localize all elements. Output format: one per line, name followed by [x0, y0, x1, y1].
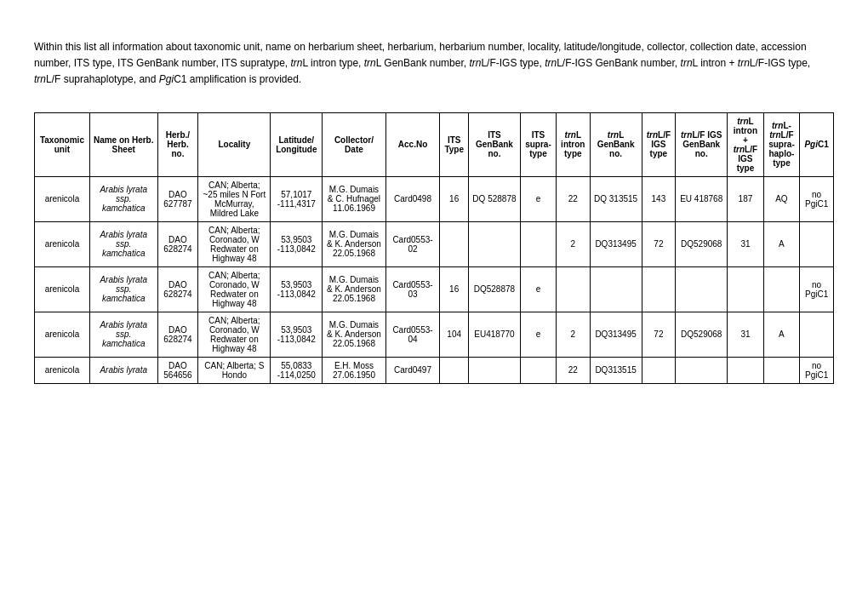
cell-trnl-combined: 31	[728, 221, 764, 266]
header-its-supra: ITS supra- type	[520, 112, 556, 176]
cell-trnlf-igs	[642, 357, 676, 383]
cell-trnlf-igs	[642, 266, 676, 312]
cell-acc: Card0553-03	[385, 266, 440, 312]
cell-acc: Card0497	[385, 357, 440, 383]
header-pgic1: PgiC1	[800, 112, 834, 176]
cell-locality: CAN; Alberta; Coronado, W Redwater on Hi…	[198, 266, 271, 312]
cell-trnlf-igs: 143	[642, 176, 676, 221]
cell-its-supra	[520, 357, 556, 383]
cell-its-type: 16	[440, 266, 469, 312]
cell-trnl-intron: 2	[556, 221, 590, 266]
cell-locality: CAN; Alberta; S Hondo	[198, 357, 271, 383]
cell-herb: DAO 564656	[157, 357, 198, 383]
cell-its-supra: e	[520, 312, 556, 357]
header-its-genbank: ITS GenBank no.	[468, 112, 520, 176]
cell-trnl-genbank: DQ 313515	[590, 176, 642, 221]
cell-name: Arabis lyrata ssp. kamchatica	[89, 266, 157, 312]
header-latlong: Latitude/ Longitude	[271, 112, 323, 176]
cell-trnl-intron	[556, 266, 590, 312]
cell-name: Arabis lyrata ssp. kamchatica	[89, 312, 157, 357]
cell-trnl-intron: 22	[556, 357, 590, 383]
header-trnlf-igs: trnL/F IGS type	[642, 112, 676, 176]
cell-trnl-supra: A	[763, 221, 800, 266]
cell-latlong: 53,9503 -113,0842	[271, 266, 323, 312]
cell-pgic1: no PgiC1	[800, 266, 834, 312]
header-trnl-intron: trnL intron type	[556, 112, 590, 176]
header-locality: Locality	[198, 112, 271, 176]
description-text: Within this list all information about t…	[34, 39, 834, 89]
cell-trnlf-igs-genbank: EU 418768	[676, 176, 728, 221]
cell-acc: Card0553-02	[385, 221, 440, 266]
cell-trnl-genbank	[590, 266, 642, 312]
cell-taxonomic: arenicola	[35, 357, 90, 383]
cell-collector: M.G. Dumais & C. Hufnagel 11.06.1969	[323, 176, 385, 221]
cell-trnl-combined: 187	[728, 176, 764, 221]
table-row: arenicolaArabis lyrataDAO 564656CAN; Alb…	[35, 357, 834, 383]
cell-pgic1	[800, 312, 834, 357]
cell-trnlf-igs-genbank	[676, 266, 728, 312]
header-trnlf-igs-genbank: trnL/F IGS GenBank no.	[676, 112, 728, 176]
cell-latlong: 53,9503 -113,0842	[271, 221, 323, 266]
table-row: arenicolaArabis lyrata ssp. kamchaticaDA…	[35, 221, 834, 266]
cell-trnl-genbank: DQ313495	[590, 312, 642, 357]
cell-locality: CAN; Alberta; ~25 miles N Fort McMurray,…	[198, 176, 271, 221]
header-name: Name on Herb. Sheet	[89, 112, 157, 176]
cell-its-genbank: DQ 528878	[468, 176, 520, 221]
cell-pgic1	[800, 221, 834, 266]
header-acc: Acc.No	[385, 112, 440, 176]
header-trnl-combined: trnL intron + trnL/F IGS type	[728, 112, 764, 176]
cell-trnlf-igs: 72	[642, 312, 676, 357]
cell-its-type	[440, 357, 469, 383]
table-row: arenicolaArabis lyrata ssp. kamchaticaDA…	[35, 312, 834, 357]
cell-trnl-intron: 2	[556, 312, 590, 357]
cell-trnlf-igs: 72	[642, 221, 676, 266]
header-trnl-genbank: trnL GenBank no.	[590, 112, 642, 176]
cell-trnl-genbank: DQ313495	[590, 221, 642, 266]
cell-pgic1: no PgiC1	[800, 176, 834, 221]
cell-trnl-supra: A	[763, 312, 800, 357]
cell-collector: M.G. Dumais & K. Anderson 22.05.1968	[323, 312, 385, 357]
cell-trnlf-igs-genbank: DQ529068	[676, 312, 728, 357]
cell-herb: DAO 628274	[157, 266, 198, 312]
cell-acc: Card0553-04	[385, 312, 440, 357]
cell-latlong: 55,0833 -114,0250	[271, 357, 323, 383]
cell-trnl-supra	[763, 266, 800, 312]
cell-latlong: 53,9503 -113,0842	[271, 312, 323, 357]
cell-its-genbank: EU418770	[468, 312, 520, 357]
cell-its-supra	[520, 221, 556, 266]
cell-its-supra: e	[520, 176, 556, 221]
cell-trnl-supra: AQ	[763, 176, 800, 221]
cell-trnl-genbank: DQ313515	[590, 357, 642, 383]
table-row: arenicolaArabis lyrata ssp. kamchaticaDA…	[35, 176, 834, 221]
cell-its-type: 16	[440, 176, 469, 221]
cell-its-type	[440, 221, 469, 266]
cell-locality: CAN; Alberta; Coronado, W Redwater on Hi…	[198, 221, 271, 266]
cell-name: Arabis lyrata	[89, 357, 157, 383]
cell-pgic1: no PgiC1	[800, 357, 834, 383]
header-collector: Collector/ Date	[323, 112, 385, 176]
cell-name: Arabis lyrata ssp. kamchatica	[89, 176, 157, 221]
cell-its-type: 104	[440, 312, 469, 357]
cell-trnl-combined	[728, 357, 764, 383]
header-taxonomic: Taxonomic unit	[35, 112, 90, 176]
cell-acc: Card0498	[385, 176, 440, 221]
cell-taxonomic: arenicola	[35, 221, 90, 266]
cell-trnl-supra	[763, 357, 800, 383]
cell-collector: M.G. Dumais & K. Anderson 22.05.1968	[323, 221, 385, 266]
cell-its-genbank: DQ528878	[468, 266, 520, 312]
cell-trnlf-igs-genbank: DQ529068	[676, 221, 728, 266]
cell-collector: E.H. Moss 27.06.1950	[323, 357, 385, 383]
header-trnl-supra: trnL- trnL/F supra- haplo- type	[763, 112, 800, 176]
cell-trnl-combined	[728, 266, 764, 312]
cell-trnl-intron: 22	[556, 176, 590, 221]
cell-collector: M.G. Dumais & K. Anderson 22.05.1968	[323, 266, 385, 312]
header-its-type: ITS Type	[440, 112, 469, 176]
supplementary-table: Taxonomic unit Name on Herb. Sheet Herb.…	[34, 112, 834, 384]
cell-taxonomic: arenicola	[35, 266, 90, 312]
cell-taxonomic: arenicola	[35, 312, 90, 357]
header-herb: Herb./ Herb. no.	[157, 112, 198, 176]
cell-its-genbank	[468, 221, 520, 266]
table-row: arenicolaArabis lyrata ssp. kamchaticaDA…	[35, 266, 834, 312]
cell-herb: DAO 628274	[157, 312, 198, 357]
cell-latlong: 57,1017 -111,4317	[271, 176, 323, 221]
